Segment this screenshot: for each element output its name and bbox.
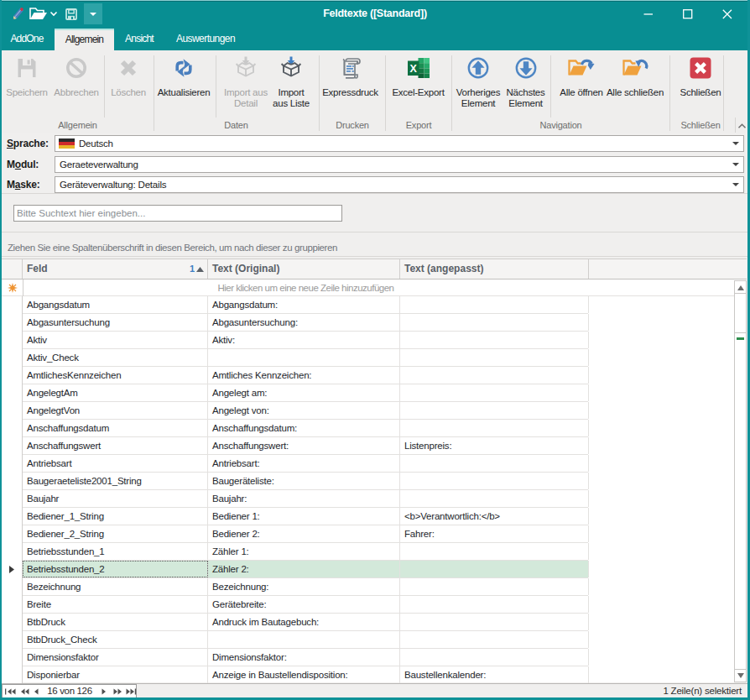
svg-text:X: X [409, 63, 417, 75]
